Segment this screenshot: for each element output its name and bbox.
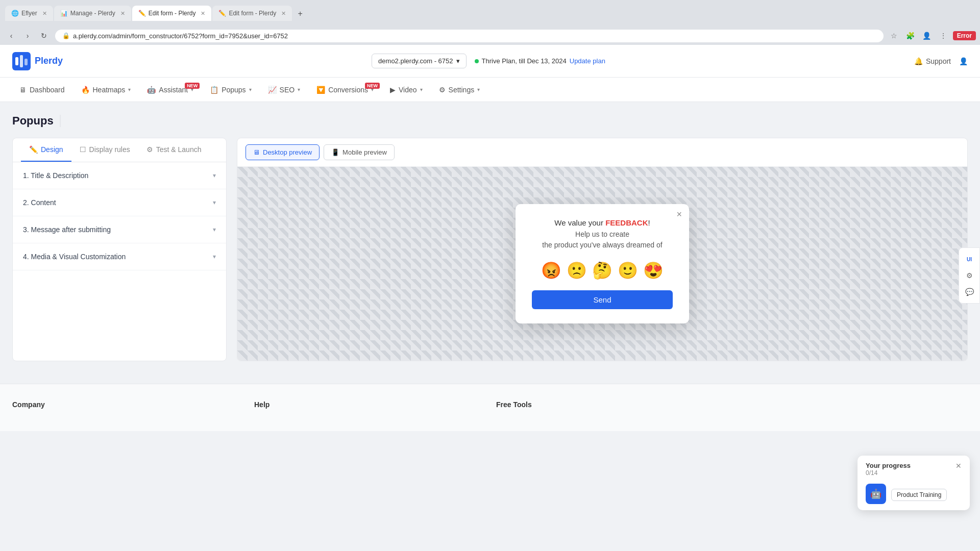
main-nav: 🖥 Dashboard 🔥 Heatmaps ▾ 🤖 Assistant NEW… (0, 78, 980, 102)
display-rules-icon: ☐ (80, 145, 86, 154)
popup-pre-text: We value your (554, 218, 605, 227)
popup-close-button[interactable]: × (676, 209, 682, 220)
desktop-icon: 🖥 (253, 148, 260, 156)
popup-sub-line2: the product you've always dreamed of (542, 241, 662, 249)
tab-test-launch-label: Test & Launch (156, 145, 202, 154)
forward-button[interactable]: › (20, 29, 35, 43)
url-text: a.plerdy.com/admin/form_constructor/6752… (73, 32, 288, 40)
popups-icon: 📋 (210, 86, 218, 94)
nav-item-settings[interactable]: ⚙ Settings ▾ (432, 80, 487, 100)
tab-design[interactable]: ✏️ Design (21, 138, 71, 162)
tab-close-4[interactable]: ✕ (281, 10, 286, 17)
tab-test-launch[interactable]: ⚙ Test & Launch (138, 138, 210, 162)
design-pencil-icon: ✏️ (29, 145, 38, 154)
tab-display-rules[interactable]: ☐ Display rules (71, 138, 138, 162)
test-launch-icon: ⚙ (146, 145, 153, 154)
preview-tab-mobile[interactable]: 📱 Mobile preview (324, 144, 395, 160)
popup-sub-line1: Help us to create (575, 230, 629, 238)
nav-item-video[interactable]: ▶ Video ▾ (383, 80, 430, 100)
video-icon: ▶ (390, 86, 396, 94)
tab-close-1[interactable]: ✕ (42, 10, 47, 17)
emoji-thinking[interactable]: 🤔 (592, 261, 612, 280)
conversions-icon: 🔽 (316, 86, 325, 94)
assistant-icon: 🤖 (147, 86, 156, 94)
header-center: demo2.plerdy.com - 6752 ▾ Thrive Plan, t… (372, 54, 605, 68)
preview-tab-desktop[interactable]: 🖥 Desktop preview (246, 144, 320, 160)
accordion-header-2[interactable]: 2. Content ▾ (13, 189, 226, 216)
browser-tab-4[interactable]: ✏️ Edit form - Plerdy ✕ (212, 6, 292, 21)
logo-text: Plerdy (35, 56, 63, 66)
nav-label-popups: Popups (222, 86, 246, 94)
tab-favicon-1: 🌐 (11, 10, 18, 17)
emoji-happy[interactable]: 🙂 (618, 261, 638, 280)
plan-text: Thrive Plan, till Dec 13, 2024 (482, 57, 567, 65)
accordion-chevron-4: ▾ (213, 253, 216, 260)
accordion-label-4: 4. Media & Visual Customization (23, 253, 126, 261)
nav-item-popups[interactable]: 📋 Popups ▾ (203, 80, 258, 100)
preview-area: × We value your FEEDBACK! Help us to cre… (237, 167, 967, 361)
plan-info: Thrive Plan, till Dec 13, 2024 Update pl… (475, 57, 605, 65)
footer-col-2-title: Help (254, 400, 484, 409)
browser-tabs: 🌐 Eflyer ✕ 📊 Manage - Plerdy ✕ ✏️ Edit f… (5, 6, 975, 21)
support-button[interactable]: 🔔 Support (914, 57, 951, 65)
emoji-love[interactable]: 😍 (643, 261, 664, 280)
settings-chevron-icon: ▾ (477, 87, 480, 92)
tab-close-3[interactable]: ✕ (201, 10, 205, 17)
video-chevron-icon: ▾ (420, 87, 423, 92)
domain-selector[interactable]: demo2.plerdy.com - 6752 ▾ (372, 54, 466, 68)
nav-label-settings: Settings (449, 86, 475, 94)
assistant-new-badge: NEW (185, 83, 200, 89)
star-icon[interactable]: ☆ (888, 29, 901, 42)
accordion-header-1[interactable]: 1. Title & Description ▾ (13, 162, 226, 189)
footer-col-1: Company (12, 400, 242, 415)
nav-item-conversions[interactable]: 🔽 Conversions NEW ▾ (309, 80, 381, 100)
chat-sidebar-icon[interactable]: 💬 (962, 285, 976, 299)
ui-sidebar-icon[interactable]: UI (962, 252, 976, 266)
new-tab-button[interactable]: + (293, 7, 307, 21)
svg-rect-3 (24, 59, 28, 65)
emoji-sad[interactable]: 🙁 (567, 261, 587, 280)
bell-icon: 🔔 (914, 57, 923, 65)
url-bar[interactable]: 🔒 a.plerdy.com/admin/form_constructor/67… (55, 30, 884, 42)
heatmaps-chevron-icon: ▾ (128, 87, 131, 92)
profile-icon[interactable]: 👤 (920, 29, 934, 42)
popup-sub-text: Help us to create the product you've alw… (532, 229, 673, 251)
browser-tab-3[interactable]: ✏️ Edit form - Plerdy ✕ (132, 6, 212, 21)
menu-icon[interactable]: ⋮ (937, 29, 950, 42)
browser-nav-buttons: ‹ › ↻ (4, 29, 51, 43)
accordion-header-3[interactable]: 3. Message after submitting ▾ (13, 216, 226, 243)
nav-item-assistant[interactable]: 🤖 Assistant NEW ▾ (140, 80, 201, 100)
extensions-icon[interactable]: 🧩 (904, 29, 917, 42)
user-avatar[interactable]: 👤 (959, 57, 968, 65)
right-panel: 🖥 Desktop preview 📱 Mobile preview × We … (237, 138, 968, 361)
nav-item-seo[interactable]: 📈 SEO ▾ (261, 80, 308, 100)
seo-chevron-icon: ▾ (298, 87, 300, 92)
browser-tab-2[interactable]: 📊 Manage - Plerdy ✕ (54, 6, 131, 21)
tab-label-2: Manage - Plerdy (70, 10, 115, 17)
send-button[interactable]: Send (532, 290, 673, 309)
popup-modal: × We value your FEEDBACK! Help us to cre… (516, 204, 689, 323)
nav-item-dashboard[interactable]: 🖥 Dashboard (12, 80, 72, 100)
accordion-label-1: 1. Title & Description (23, 171, 88, 180)
browser-tab-1[interactable]: 🌐 Eflyer ✕ (5, 6, 53, 21)
app-header: Plerdy demo2.plerdy.com - 6752 ▾ Thrive … (0, 45, 980, 78)
logo[interactable]: Plerdy (12, 52, 63, 70)
emoji-angry[interactable]: 😡 (541, 261, 561, 280)
left-panel: ✏️ Design ☐ Display rules ⚙ Test & Launc… (12, 138, 227, 361)
support-label: Support (926, 57, 951, 65)
tab-design-label: Design (41, 145, 63, 154)
update-plan-link[interactable]: Update plan (570, 57, 605, 65)
gear-sidebar-icon[interactable]: ⚙ (962, 268, 976, 283)
accordion-label-2: 2. Content (23, 198, 56, 207)
nav-label-heatmaps: Heatmaps (93, 86, 126, 94)
popups-chevron-icon: ▾ (249, 87, 252, 92)
footer-grid: Company Help Free Tools (12, 400, 968, 415)
refresh-button[interactable]: ↻ (37, 29, 51, 43)
back-button[interactable]: ‹ (4, 29, 18, 43)
tab-close-2[interactable]: ✕ (120, 10, 125, 17)
nav-item-heatmaps[interactable]: 🔥 Heatmaps ▾ (74, 80, 138, 100)
preview-tabs: 🖥 Desktop preview 📱 Mobile preview (237, 138, 967, 167)
nav-label-seo: SEO (280, 86, 295, 94)
popup-main-text: We value your FEEDBACK! (532, 218, 673, 227)
accordion-header-4[interactable]: 4. Media & Visual Customization ▾ (13, 243, 226, 270)
